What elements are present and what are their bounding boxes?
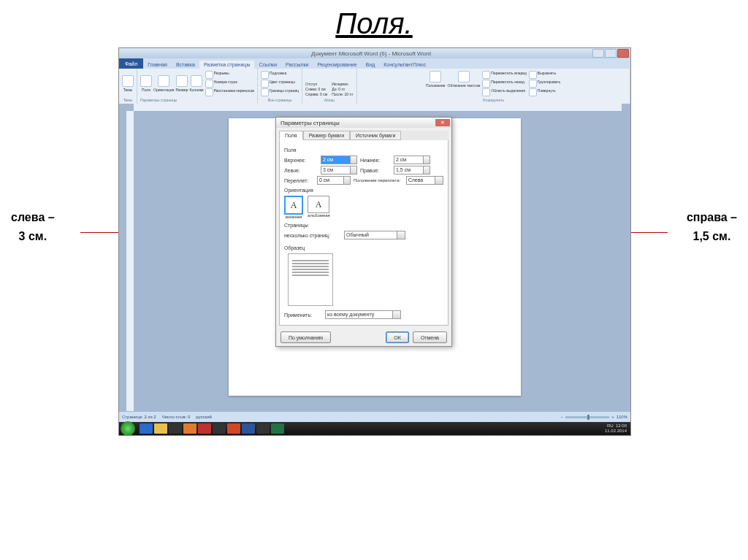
horizontal-ruler[interactable] <box>134 104 622 112</box>
page-borders-button[interactable]: Границы страниц <box>261 88 299 96</box>
tab-layout[interactable]: Разметка страницы <box>199 61 255 69</box>
dialog-tabs: Поля Размер бумаги Источник бумаги <box>279 131 449 140</box>
word-window: Документ Microsoft Word (6) - Microsoft … <box>118 47 631 436</box>
orientation-button[interactable]: Ориентация <box>153 75 174 92</box>
page-setup-dialog: Параметры страницы ✕ Поля Размер бумаги … <box>275 117 452 347</box>
tab-references[interactable]: Ссылки <box>254 61 281 69</box>
orientation-portrait[interactable]: A книжная <box>284 196 303 219</box>
ok-button[interactable]: ОК <box>386 331 409 343</box>
window-titlebar: Документ Microsoft Word (6) - Microsoft … <box>119 48 630 58</box>
vertical-ruler[interactable] <box>126 111 134 412</box>
start-button[interactable] <box>121 421 135 436</box>
task-ie[interactable] <box>140 423 153 434</box>
task-excel[interactable] <box>271 423 284 434</box>
tab-review[interactable]: Рецензирование <box>313 61 362 69</box>
task-explorer[interactable] <box>154 423 167 434</box>
task-opera[interactable] <box>198 423 211 434</box>
dialog-tab-paper[interactable]: Размер бумаги <box>303 131 350 140</box>
wrap-text-button[interactable]: Обтекание текстом <box>448 71 481 96</box>
indent-left[interactable]: Слева: 0 см <box>305 87 327 91</box>
system-tray[interactable]: RU 12:0011.02.2014 <box>605 423 629 433</box>
rotate-button[interactable]: Повернуть <box>529 88 561 96</box>
window-title: Документ Microsoft Word (6) - Microsoft … <box>150 50 592 57</box>
cancel-button[interactable]: Отмена <box>413 331 447 343</box>
selection-pane[interactable]: Область выделения <box>482 88 527 96</box>
close-button[interactable] <box>617 49 629 58</box>
preview-label: Образец <box>284 245 443 250</box>
send-backward[interactable]: Переместить назад <box>482 80 527 88</box>
left-label: Левое: <box>284 168 318 173</box>
tab-consultant[interactable]: КонсультантПлюс <box>379 61 430 69</box>
orientation-label: Ориентация <box>284 188 443 193</box>
task-generic2[interactable] <box>213 423 226 434</box>
task-firefox[interactable] <box>183 423 196 434</box>
group-paragraph: Отступ Слева: 0 см Справа: 0 см Интервал… <box>302 69 356 104</box>
fields-section-label: Поля <box>284 147 443 153</box>
group-arrange: Положение Обтекание текстом Переместить … <box>357 69 630 104</box>
tab-insert[interactable]: Вставка <box>172 61 199 69</box>
gutter-field[interactable]: 0 см <box>317 176 351 185</box>
dialog-close-button[interactable]: ✕ <box>435 119 450 126</box>
align-button[interactable]: Выровнять <box>529 71 561 79</box>
task-generic3[interactable] <box>256 423 270 434</box>
breaks-button[interactable]: Разрывы <box>205 71 254 79</box>
left-field[interactable]: 3 см <box>321 166 357 174</box>
dialog-tab-margins[interactable]: Поля <box>279 131 303 140</box>
slide-title: Поля. <box>0 7 748 40</box>
group-button[interactable]: Группировать <box>529 80 561 88</box>
tab-view[interactable]: Вид <box>362 61 380 69</box>
right-field[interactable]: 1,5 см <box>394 166 430 174</box>
bring-forward[interactable]: Переместить вперед <box>482 71 527 79</box>
minimize-button[interactable] <box>592 49 604 58</box>
status-bar: Страница: 2 из 2 Число слов: 0 русский −… <box>119 411 630 422</box>
dialog-body: Поля Верхнее: 2 см Нижнее: 2 см Левое: 3… <box>279 140 449 326</box>
gutter-label: Переплет: <box>284 178 314 183</box>
task-generic1[interactable] <box>169 423 182 434</box>
top-field[interactable]: 2 см <box>321 156 357 164</box>
ribbon-tabs: Файл Главная Вставка Разметка страницы С… <box>119 58 630 69</box>
dialog-tab-source[interactable]: Источник бумаги <box>350 131 401 140</box>
hyphenation-button[interactable]: Расстановка переносов <box>205 88 254 96</box>
group-page-setup: Поля Ориентация Размер Колонки Разрывы Н… <box>137 69 258 104</box>
default-button[interactable]: По умолчанию <box>280 331 331 343</box>
annotation-right: справа – 1,5 см. <box>687 208 737 245</box>
size-button[interactable]: Размер <box>175 75 188 92</box>
indent-right[interactable]: Справа: 0 см <box>305 92 327 96</box>
dialog-footer: По умолчанию ОК Отмена <box>276 329 451 346</box>
tab-mailings[interactable]: Рассылки <box>281 61 313 69</box>
line-numbers-button[interactable]: Номера строк <box>205 80 254 88</box>
zoom-slider[interactable]: −+ 110% <box>561 415 627 419</box>
spacing-after[interactable]: После: 10 пт <box>332 92 353 96</box>
maximize-button[interactable] <box>605 49 617 58</box>
ribbon: Темы Темы Поля Ориентация Размер Колонки… <box>119 69 630 104</box>
apply-label: Применить: <box>284 312 322 318</box>
columns-button[interactable]: Колонки <box>190 75 204 92</box>
dialog-title: Параметры страницы <box>278 120 340 126</box>
pages-combo[interactable]: Обычный <box>344 231 405 239</box>
page-color-button[interactable]: Цвет страницы <box>261 80 299 88</box>
pages-field-label: несколько страниц: <box>284 233 341 238</box>
bottom-label: Нижнее: <box>360 158 391 163</box>
preview-box <box>288 253 333 306</box>
watermark-button[interactable]: Подложка <box>261 71 299 79</box>
apply-combo[interactable]: ко всему документу <box>325 310 401 319</box>
spacing-before[interactable]: До: 0 пт <box>332 87 353 91</box>
gutter-pos-label: Положение переплета: <box>354 178 403 183</box>
status-page[interactable]: Страница: 2 из 2 <box>122 415 156 419</box>
task-word[interactable] <box>242 423 255 434</box>
group-themes: Темы Темы <box>119 69 137 104</box>
bottom-field[interactable]: 2 см <box>394 156 430 164</box>
margins-button[interactable]: Поля <box>140 75 152 92</box>
orientation-landscape[interactable]: A альбомная <box>308 196 330 219</box>
status-words[interactable]: Число слов: 0 <box>162 415 191 419</box>
position-button[interactable]: Положение <box>426 71 445 96</box>
dialog-titlebar: Параметры страницы ✕ <box>276 118 451 128</box>
top-label: Верхнее: <box>284 158 318 163</box>
task-powerpoint[interactable] <box>227 423 240 434</box>
file-tab[interactable]: Файл <box>119 58 143 69</box>
status-lang[interactable]: русский <box>196 415 212 419</box>
gutter-pos-combo[interactable]: Слева <box>406 176 443 185</box>
themes-button[interactable]: Темы <box>122 75 134 92</box>
tab-home[interactable]: Главная <box>143 61 172 69</box>
window-controls <box>592 49 629 58</box>
